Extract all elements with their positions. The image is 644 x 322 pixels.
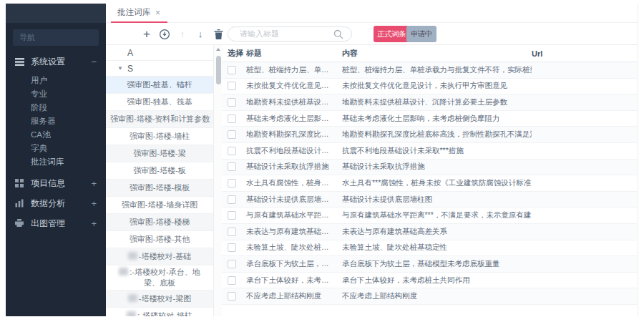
category-item[interactable]: 强审图-塔楼-梁 <box>106 145 213 162</box>
cell-title[interactable]: 未表达与原有建筑基础高差关系 <box>246 227 342 237</box>
sidebar-item-0-1[interactable]: 专业 <box>6 87 106 101</box>
scroll-up-icon[interactable] <box>214 45 222 54</box>
category-item-label: 强审图-桩基、锚杆 <box>127 80 192 89</box>
sidebar: 导航 系统设置−用户专业阶段服务器CA池字典批注词库项目信息+数据分析+出图管理… <box>6 4 106 316</box>
add-icon[interactable]: + <box>141 28 152 40</box>
category-item[interactable]: 强审图-塔楼-板 <box>106 162 213 180</box>
cell-title[interactable]: 承台下土体较好，未考虑桩土共同... <box>246 275 342 286</box>
category-item[interactable]: :-塔楼校对-墙柱 <box>106 308 213 316</box>
cell-content: 承台下土体较好，未考虑桩土共同作用 <box>342 275 532 286</box>
tab-annotation-lexicon[interactable]: 批注词库 × <box>111 4 167 23</box>
category-item[interactable]: 强审图-塔楼-模板 <box>106 180 213 197</box>
expand-icon[interactable]: + <box>91 218 97 229</box>
cell-title[interactable]: 地勘资料未提供桩基设计、沉降计... <box>246 97 342 107</box>
collapse-icon[interactable]: − <box>91 57 97 67</box>
expand-icon[interactable]: + <box>91 198 97 209</box>
formal-entries-button[interactable]: 正式词条 <box>374 26 409 42</box>
category-item-label: :-塔楼校对-墙柱 <box>137 311 192 316</box>
column-header-url: Url <box>532 49 637 58</box>
tab-close-icon[interactable]: × <box>155 8 160 18</box>
sidebar-item-0-4[interactable]: CA池 <box>6 128 106 142</box>
toolbar-icon-group: + ↑ ↓ <box>141 23 224 45</box>
sidebar-item-0-0[interactable]: 用户 <box>6 74 106 87</box>
row-checkbox[interactable] <box>228 195 236 204</box>
category-item[interactable]: 强审图-塔楼-其他 <box>106 231 213 248</box>
sidebar-item-0-6[interactable]: 批注词库 <box>6 155 106 169</box>
cell-title[interactable]: 未验算土坡、陡坎处桩基稳定性 <box>246 243 342 253</box>
sidebar-section-label: 项目信息 <box>31 177 91 190</box>
table-body: 桩型、桩端持力层、单桩承载力与...桩型、桩端持力层、单桩承载力与批复文件不符，… <box>222 62 637 305</box>
cell-select <box>222 130 246 139</box>
category-item[interactable]: 强审图-独基、筏基 <box>106 94 213 111</box>
cell-title[interactable]: 基础未考虑液化土层影响，未考虑... <box>246 114 342 124</box>
move-up-icon[interactable]: ↑ <box>177 28 188 40</box>
category-item-label: 强审图-塔楼-板 <box>133 166 185 175</box>
sidebar-section-3[interactable]: 出图管理+ <box>6 213 106 233</box>
category-item[interactable]: -塔楼校对-梁图 <box>106 291 213 308</box>
sidebar-section-2[interactable]: 数据分析+ <box>6 193 106 213</box>
cell-title[interactable]: 未按批复文件优化意见设计，未执... <box>246 81 342 91</box>
row-checkbox[interactable] <box>228 260 236 268</box>
cell-title[interactable]: 地勘资料勘探孔深度比桩底标高浅... <box>246 130 342 140</box>
row-checkbox[interactable] <box>228 276 236 285</box>
row-checkbox[interactable] <box>228 243 236 252</box>
row-checkbox[interactable] <box>228 147 236 155</box>
title-search-input[interactable]: 请输入标题 <box>228 26 352 42</box>
row-checkbox[interactable] <box>228 66 236 74</box>
category-item-label: :-塔楼校对-承台、地梁、底板 <box>130 268 200 287</box>
category-item[interactable]: -塔楼校对-基础 <box>106 248 213 265</box>
pending-entries-button[interactable]: 申请中 <box>406 26 436 42</box>
table-row: 基础设计未采取抗浮措施基础设计未采取抗浮措施 <box>222 160 637 176</box>
row-checkbox[interactable] <box>228 292 236 301</box>
row-checkbox[interactable] <box>228 228 236 236</box>
column-header-select: 选择 <box>222 48 246 59</box>
row-checkbox[interactable] <box>228 211 236 220</box>
category-item[interactable]: 强审图-塔楼-楼梯 <box>106 214 213 231</box>
category-item[interactable]: 强审图-塔楼-资料和计算参数 <box>106 111 213 128</box>
cell-select <box>222 260 246 268</box>
cell-select <box>222 82 246 90</box>
delete-icon[interactable] <box>213 28 224 40</box>
category-item[interactable]: 强审图-桩基、锚杆 <box>106 77 213 94</box>
row-checkbox[interactable] <box>228 114 236 123</box>
expand-icon[interactable]: + <box>91 178 97 189</box>
row-checkbox[interactable] <box>228 162 236 171</box>
sidebar-item-0-3[interactable]: 服务器 <box>6 114 106 128</box>
export-icon[interactable] <box>159 28 170 40</box>
cell-title[interactable]: 与原有建筑基础水平距离不满足要... <box>246 210 342 220</box>
column-header-content: 内容 <box>342 48 532 59</box>
row-checkbox[interactable] <box>228 98 236 107</box>
category-item[interactable]: :-塔楼校对-承台、地梁、底板 <box>106 265 213 291</box>
category-group-a[interactable]: A <box>106 45 213 61</box>
category-item[interactable]: 强审图-塔楼-墙身详图 <box>106 197 213 214</box>
category-item-label: -塔楼校对-梁图 <box>139 294 191 303</box>
row-checkbox[interactable] <box>228 82 236 90</box>
sidebar-item-0-5[interactable]: 字典 <box>6 142 106 155</box>
cell-select <box>222 228 246 236</box>
sidebar-section-1[interactable]: 项目信息+ <box>6 173 106 193</box>
row-checkbox[interactable] <box>228 130 236 139</box>
cell-title[interactable]: 基础设计未提供底层墙柱图 <box>246 195 342 205</box>
category-group-s[interactable]: ▼ S <box>106 61 213 77</box>
cell-content: 承台底板下为软土层，基础模型未考虑底板重量 <box>342 259 532 269</box>
row-checkbox[interactable] <box>228 179 236 187</box>
cell-title[interactable]: 水土具有腐蚀性，桩身未按《工业... <box>246 178 342 188</box>
cell-title[interactable]: 桩型、桩端持力层、单桩承载力与... <box>246 65 342 75</box>
search-icon[interactable] <box>333 29 343 39</box>
category-item[interactable]: 强审图-塔楼-墙柱 <box>106 128 213 145</box>
sidebar-nav-search-input[interactable]: 导航 <box>13 29 99 46</box>
cell-title[interactable]: 不应考虑上部结构刚度 <box>246 291 342 301</box>
cell-title[interactable]: 承台底板下为软土层，基础模型未... <box>246 259 342 269</box>
sidebar-item-0-2[interactable]: 阶段 <box>6 101 106 114</box>
move-down-icon[interactable]: ↓ <box>195 28 206 40</box>
cell-title[interactable]: 基础设计未采取抗浮措施 <box>246 162 342 172</box>
scrollbar-thumb[interactable] <box>216 56 221 84</box>
cell-content: 基础未考虑液化土层影响，未考虑桩侧负摩阻力 <box>342 114 532 124</box>
cell-title[interactable]: 抗震不利地段基础设计未采取必要... <box>246 146 342 156</box>
cell-select <box>222 292 246 301</box>
category-scrollbar[interactable] <box>213 45 222 316</box>
cell-content: 未验算土坡、陡坎处桩基稳定性 <box>342 243 532 253</box>
table-row: 未按批复文件优化意见设计，未执...未按批复文件优化意见设计，未执行甲方审图意见 <box>222 79 637 95</box>
table-row: 不应考虑上部结构刚度不应考虑上部结构刚度 <box>222 288 637 305</box>
sidebar-section-0[interactable]: 系统设置− <box>6 52 106 72</box>
